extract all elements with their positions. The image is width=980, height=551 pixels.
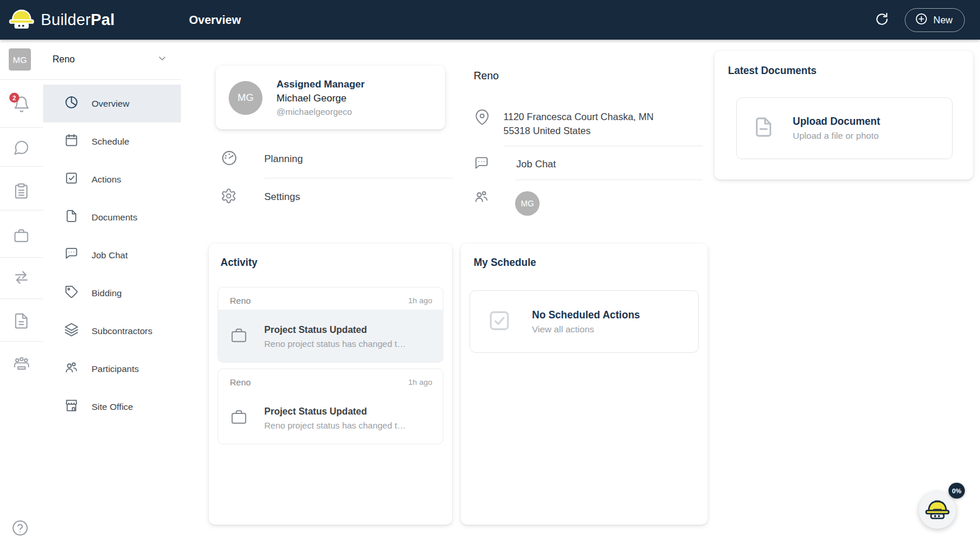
refresh-button[interactable] — [874, 12, 890, 29]
builderpal-hardhat-icon — [8, 8, 35, 32]
assigned-manager-title: Assigned Manager — [276, 78, 365, 92]
check-square-icon — [487, 308, 512, 336]
participant-avatar[interactable]: MG — [515, 191, 540, 216]
nav-item-job-chat[interactable]: Job Chat — [43, 236, 181, 274]
activity-title: Activity — [220, 257, 443, 269]
nav-item-schedule[interactable]: Schedule — [43, 122, 181, 160]
planning-link[interactable]: Planning — [216, 141, 453, 178]
nav-item-overview[interactable]: Overview — [43, 85, 181, 122]
layers-icon — [64, 322, 79, 339]
project-title: Reno — [474, 70, 499, 82]
my-schedule-card: My Schedule No Scheduled Actions View al… — [461, 244, 708, 525]
builderpal-hardhat-icon — [925, 499, 950, 522]
project-address: 1120 Francesca Court Chaska, MN 55318 Un… — [503, 110, 653, 138]
calendar-icon — [64, 133, 79, 150]
help-icon[interactable] — [11, 519, 29, 539]
chevron-down-icon — [158, 54, 167, 65]
page-title: Overview — [189, 13, 241, 27]
briefcase-icon — [230, 327, 248, 347]
manager-name: Michael George — [276, 92, 365, 106]
document-icon — [752, 115, 775, 141]
settings-link[interactable]: Settings — [216, 178, 453, 216]
activity-time: 1h ago — [408, 296, 432, 305]
tag-icon — [64, 285, 79, 301]
activity-card: Activity Reno 1h ago Project Status Upda… — [209, 244, 452, 525]
nav-item-subcontractors[interactable]: Subcontractors — [43, 312, 181, 350]
latest-documents-card: Latest Documents Upload Document Upload … — [715, 51, 973, 180]
clipboard-icon[interactable] — [13, 183, 30, 201]
transfers-icon[interactable] — [13, 269, 30, 287]
message-dots-icon — [64, 247, 79, 264]
upload-document-button[interactable]: Upload Document Upload a file or photo — [736, 97, 953, 159]
activity-project: Reno — [230, 296, 251, 306]
no-scheduled-actions-label: No Scheduled Actions — [532, 308, 640, 322]
nav-item-site-office[interactable]: Site Office — [43, 388, 181, 426]
map-pin-icon — [474, 108, 490, 128]
invoice-document-icon[interactable] — [13, 313, 30, 331]
activity-item-desc: Reno project status has changed t… — [264, 419, 406, 432]
nav-item-actions[interactable]: Actions — [43, 160, 181, 198]
file-icon — [64, 209, 79, 226]
view-all-actions-link: View all actions — [532, 322, 640, 336]
current-project-name: Reno — [52, 54, 75, 65]
pie-chart-icon — [64, 95, 79, 112]
activity-project: Reno — [230, 377, 251, 387]
latest-documents-title: Latest Documents — [728, 65, 973, 77]
briefcase-icon — [230, 408, 248, 429]
gear-icon — [220, 188, 238, 206]
activity-item-title: Project Status Updated — [264, 404, 406, 419]
briefcase-icon[interactable] — [13, 227, 30, 246]
activity-item[interactable]: Reno 1h ago Project Status Updated Reno … — [218, 368, 443, 444]
assigned-manager-card[interactable]: MG Assigned Manager Michael George @mich… — [216, 66, 445, 129]
assistant-progress-badge: 0% — [949, 483, 965, 499]
upload-document-sub: Upload a file or photo — [793, 129, 880, 142]
user-avatar: MG — [9, 48, 31, 71]
activity-item-title: Project Status Updated — [264, 322, 406, 337]
activity-item[interactable]: Reno 1h ago Project Status Updated Reno … — [218, 287, 443, 363]
manager-avatar: MG — [229, 81, 262, 115]
site-office-icon — [64, 398, 79, 415]
upload-document-label: Upload Document — [793, 114, 880, 129]
notifications-badge: 2 — [9, 93, 19, 103]
app-header: BuilderPal Overview New — [0, 0, 980, 40]
manager-handle: @michaelgeorgeco — [276, 106, 365, 118]
activity-item-desc: Reno project status has changed t… — [264, 337, 406, 350]
nav-item-bidding[interactable]: Bidding — [43, 274, 181, 312]
plus-circle-icon — [915, 12, 928, 28]
my-schedule-title: My Schedule — [474, 257, 699, 269]
nav-item-participants[interactable]: Participants — [43, 350, 181, 388]
sidebar: MG Reno 2 — [0, 40, 181, 551]
refresh-icon — [874, 12, 890, 29]
activity-time: 1h ago — [408, 378, 432, 387]
nav-item-documents[interactable]: Documents — [43, 198, 181, 236]
participants-icon — [474, 189, 489, 207]
new-button[interactable]: New — [905, 8, 965, 32]
assistant-fab[interactable] — [919, 492, 956, 529]
new-button-label: New — [933, 15, 953, 26]
job-chat-link[interactable]: Job Chat — [516, 159, 556, 170]
job-chat-icon — [474, 156, 489, 174]
project-nav: Overview Schedule Actions — [43, 80, 181, 426]
app-logo[interactable]: BuilderPal — [0, 8, 189, 32]
global-chat-icon[interactable] — [13, 139, 30, 158]
team-meeting-icon[interactable] — [13, 355, 30, 374]
project-switcher[interactable]: MG Reno — [0, 40, 181, 80]
users-icon — [64, 360, 79, 377]
brand-name: BuilderPal — [41, 11, 115, 29]
check-square-icon — [64, 171, 79, 188]
gauge-icon — [220, 149, 238, 169]
no-scheduled-actions[interactable]: No Scheduled Actions View all actions — [470, 290, 699, 353]
